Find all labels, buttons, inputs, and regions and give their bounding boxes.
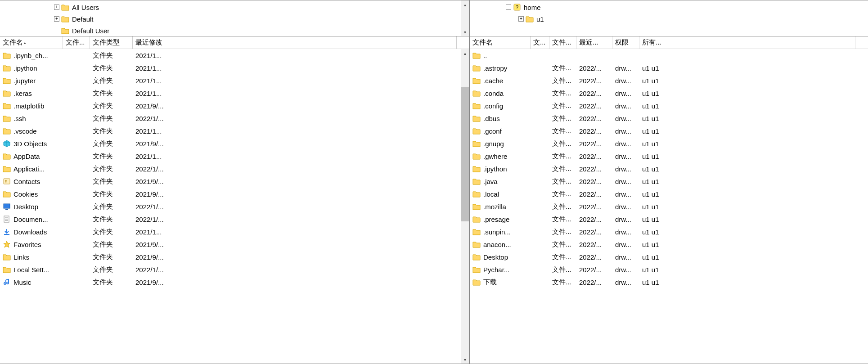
file-mtime: 2021/9/... [133,178,457,185]
file-owner: u1 u1 [639,279,855,286]
scroll-thumb[interactable] [461,87,469,221]
file-row[interactable]: Local Sett...文件夹2022/1/... [0,263,469,276]
local-file-list[interactable]: .ipynb_ch...文件夹2021/1....ipython文件夹2021/… [0,49,469,364]
file-row[interactable]: Favorites文件夹2021/9/... [0,238,469,251]
file-row[interactable]: .gwhere文件...2022/...drw...u1 u1 [470,150,868,162]
file-row[interactable]: Contacts文件夹2021/9/... [0,175,469,188]
file-row[interactable]: .presage文件...2022/...drw...u1 u1 [470,213,868,225]
tree-item[interactable]: +All Users [0,1,469,13]
scroll-up-icon[interactable]: ▴ [461,49,469,57]
remote-tree[interactable]: −?home+u1 [470,0,868,36]
collapse-icon[interactable]: − [506,4,511,10]
file-name: anacon... [483,241,511,248]
file-mtime: 2022/1/... [133,165,457,173]
file-row[interactable]: .sunpin...文件...2022/...drw...u1 u1 [470,225,868,238]
file-row[interactable]: Cookies文件夹2021/9/... [0,188,469,200]
column-header[interactable]: 文件名 [470,36,531,49]
tree-scrollbar[interactable]: ▴ ▾ [461,0,469,36]
file-name: Favorites [13,241,41,248]
column-header[interactable]: 文件... [549,36,576,49]
scroll-up-icon[interactable]: ▴ [461,0,469,9]
file-mtime: 2022/... [576,178,612,185]
remote-file-list[interactable]: ...astropy文件...2022/...drw...u1 u1.cache… [470,49,868,364]
file-name: Applicati... [13,165,45,173]
file-row[interactable]: .jupyter文件夹2021/1... [0,74,469,87]
folder-icon [3,52,11,59]
download-icon [3,228,11,235]
file-name: .gnupg [483,140,504,148]
file-row[interactable]: Documen...文件夹2022/1/... [0,213,469,225]
file-name: .config [483,102,503,110]
file-type: 文件... [549,64,576,72]
file-row[interactable]: .gnupg文件...2022/...drw...u1 u1 [470,137,868,150]
folder-icon [472,115,481,122]
file-row[interactable]: 下载文件...2022/...drw...u1 u1 [470,276,868,288]
folder-icon [472,127,481,135]
column-header[interactable]: 权限 [612,36,639,49]
file-name: .ipynb_ch... [13,52,48,59]
file-permissions: drw... [612,153,639,160]
tree-item[interactable]: −?home [470,1,868,13]
folder-icon [3,127,11,135]
file-row[interactable]: .config文件...2022/...drw...u1 u1 [470,99,868,112]
file-row[interactable]: .matplotlib文件夹2021/9/... [0,99,469,112]
column-header[interactable]: 文件名▴ [0,36,63,49]
file-row[interactable]: .java文件...2022/...drw...u1 u1 [470,175,868,188]
file-name: .ipython [483,165,507,173]
column-header[interactable]: 最近修改 [133,36,457,49]
folder-icon [3,190,11,198]
file-row[interactable]: Desktop文件夹2022/1/... [0,200,469,213]
file-row[interactable]: .dbus文件...2022/...drw...u1 u1 [470,112,868,125]
file-mtime: 2022/... [576,77,612,85]
file-row[interactable]: Applicati...文件夹2022/1/... [0,162,469,175]
file-row[interactable]: Desktop文件...2022/...drw...u1 u1 [470,251,868,263]
file-owner: u1 u1 [639,115,855,122]
file-row[interactable]: Downloads文件夹2021/1... [0,225,469,238]
file-row[interactable]: .ipython文件夹2021/1... [0,62,469,74]
column-header[interactable]: 文... [531,36,549,49]
local-tree[interactable]: ▴ ▾ +All Users+DefaultDefault User [0,0,469,36]
file-row[interactable]: .gconf文件...2022/...drw...u1 u1 [470,125,868,137]
file-row[interactable]: 3D Objects文件夹2021/9/... [0,137,469,150]
scroll-down-icon[interactable]: ▾ [461,355,469,364]
scroll-down-icon[interactable]: ▾ [461,28,469,36]
folder-icon [61,27,69,34]
file-row[interactable]: .conda文件...2022/...drw...u1 u1 [470,87,868,99]
file-row[interactable]: .mozilla文件...2022/...drw...u1 u1 [470,200,868,213]
file-type: 文件夹 [90,253,133,261]
expand-icon[interactable]: + [518,16,524,22]
folder-icon [3,266,11,273]
column-header[interactable]: 所有... [639,36,855,49]
file-row[interactable]: Pychar...文件...2022/...drw...u1 u1 [470,263,868,276]
column-header-label: 最近修改 [135,38,162,47]
tree-item[interactable]: +u1 [470,13,868,25]
file-row[interactable]: .ssh文件夹2022/1/... [0,112,469,125]
up-icon [472,52,481,59]
file-row[interactable]: .. [470,49,868,62]
file-row[interactable]: .vscode文件夹2021/1... [0,125,469,137]
tree-item[interactable]: Default User [0,25,469,36]
file-row[interactable]: anacon...文件...2022/...drw...u1 u1 [470,238,868,251]
file-row[interactable]: .ipython文件...2022/...drw...u1 u1 [470,162,868,175]
file-row[interactable]: .astropy文件...2022/...drw...u1 u1 [470,62,868,74]
expand-icon[interactable]: + [54,16,59,22]
file-row[interactable]: .local文件...2022/...drw...u1 u1 [470,188,868,200]
file-name: 3D Objects [13,140,47,148]
file-row[interactable]: Links文件夹2021/9/... [0,251,469,263]
file-row[interactable]: Music文件夹2021/9/... [0,276,469,288]
file-row[interactable]: AppData文件夹2021/1... [0,150,469,162]
file-mtime: 2022/... [576,153,612,160]
folder-icon [472,77,481,84]
tree-item[interactable]: +Default [0,13,469,25]
column-header[interactable]: 最近... [576,36,612,49]
list-scrollbar[interactable]: ▴ ▾ [461,49,469,364]
expand-icon[interactable]: + [54,4,59,10]
file-owner: u1 u1 [639,241,855,248]
file-mtime: 2021/9/... [133,140,457,148]
column-header[interactable]: 文件... [63,36,90,49]
file-name: .vscode [13,127,37,135]
column-header[interactable]: 文件类型 [90,36,133,49]
file-row[interactable]: .keras文件夹2021/1... [0,87,469,99]
file-row[interactable]: .ipynb_ch...文件夹2021/1... [0,49,469,62]
file-row[interactable]: .cache文件...2022/...drw...u1 u1 [470,74,868,87]
